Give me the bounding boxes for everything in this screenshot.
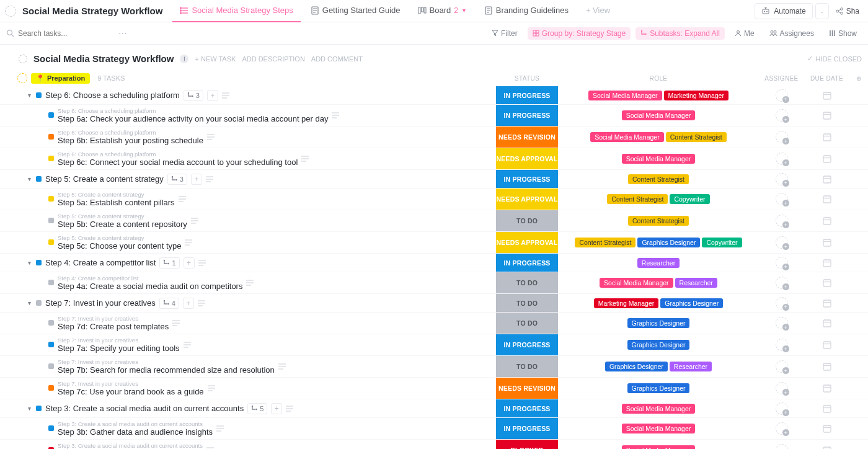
task-name[interactable]: Step 5a: Establish content pillars <box>58 198 175 207</box>
due-date-cell[interactable] <box>804 383 849 393</box>
add-assignee-icon[interactable] <box>776 360 788 373</box>
assignee-cell[interactable] <box>759 131 804 143</box>
task-name[interactable]: Step 5b: Create a content repository <box>58 220 187 229</box>
add-assignee-icon[interactable] <box>776 444 788 449</box>
due-date-cell[interactable] <box>804 318 849 328</box>
role-tag[interactable]: Marketing Manager <box>664 91 728 100</box>
task-row[interactable]: Step 5: Create a content strategyStep 5b… <box>0 210 868 232</box>
description-icon[interactable] <box>278 363 286 370</box>
assignee-cell[interactable] <box>759 236 804 249</box>
status-square-icon[interactable] <box>48 280 54 285</box>
add-column-button[interactable]: ⊕ <box>849 75 868 82</box>
status-square-icon[interactable] <box>36 300 42 306</box>
status-square-icon[interactable] <box>48 112 54 118</box>
role-tag[interactable]: Copywriter <box>702 238 742 247</box>
status-cell[interactable]: BLOCKED <box>496 440 558 449</box>
due-date-cell[interactable] <box>804 424 849 433</box>
task-row[interactable]: Step 5: Create a content strategyStep 5c… <box>0 232 868 254</box>
add-subtask-button[interactable]: + <box>184 257 195 269</box>
add-assignee-icon[interactable] <box>776 402 788 415</box>
assignee-cell[interactable] <box>759 444 804 449</box>
status-cell[interactable]: NEEDS APPROVAL <box>496 189 558 210</box>
description-icon[interactable] <box>172 320 180 326</box>
subtask-count-pill[interactable]: 5 <box>247 403 267 414</box>
status-cell[interactable]: TO DO <box>496 313 558 334</box>
task-row[interactable]: ▾Step 4: Create a competitor list1+IN PR… <box>0 254 868 272</box>
status-square-icon[interactable] <box>48 342 54 347</box>
role-tag[interactable]: Social Media Manager <box>622 110 695 120</box>
task-name[interactable]: Step 6c: Connect your social media accou… <box>58 158 298 167</box>
status-cell[interactable]: NEEDS APPROVAL <box>496 148 558 169</box>
status-square-icon[interactable] <box>48 363 54 369</box>
description-icon[interactable] <box>206 176 213 182</box>
description-icon[interactable] <box>198 300 205 306</box>
group-pill[interactable]: 📍Preparation <box>31 73 90 84</box>
add-assignee-icon[interactable] <box>776 422 788 435</box>
description-icon[interactable] <box>208 385 215 391</box>
description-icon[interactable] <box>301 156 309 162</box>
task-row[interactable]: Step 7: Invest in your creativesStep 7a:… <box>0 334 868 356</box>
assignee-cell[interactable] <box>759 109 804 122</box>
status-cell[interactable]: IN PROGRESS <box>496 418 558 439</box>
expand-toggle[interactable]: ▾ <box>26 176 32 182</box>
expand-toggle[interactable]: ▾ <box>26 405 32 412</box>
role-tag[interactable]: Graphics Designer <box>637 238 700 247</box>
task-name[interactable]: Step 7c: Use your brand book as a guide <box>58 387 204 396</box>
role-cell[interactable]: Social Media Manager <box>558 445 759 449</box>
description-icon[interactable] <box>286 406 293 412</box>
task-row[interactable]: ▾Step 3: Create a social media audit on … <box>0 399 868 418</box>
tab-board[interactable]: Board 2 ▼ <box>410 0 474 22</box>
add-subtask-button[interactable]: + <box>271 403 282 414</box>
new-task-button[interactable]: + NEW TASK <box>195 55 236 63</box>
subtask-count-pill[interactable]: 4 <box>159 298 179 309</box>
role-tag[interactable]: Social Media Manager <box>622 445 695 449</box>
automate-button[interactable]: Automate <box>755 3 812 19</box>
task-name[interactable]: Step 3b: Gather data and audience insigh… <box>58 427 213 437</box>
task-row[interactable]: Step 6: Choose a scheduling platformStep… <box>0 127 868 148</box>
add-subtask-button[interactable]: + <box>207 90 218 101</box>
task-row[interactable]: Step 7: Invest in your creativesStep 7c:… <box>0 378 868 399</box>
role-cell[interactable]: Social Media ManagerResearcher <box>558 278 759 288</box>
add-assignee-icon[interactable] <box>776 215 788 227</box>
due-date-cell[interactable] <box>804 154 849 164</box>
status-cell[interactable]: IN PROGRESS <box>496 170 558 188</box>
role-cell[interactable]: Researcher <box>558 258 759 268</box>
task-name[interactable]: Step 3: Create a social media audit on c… <box>45 404 244 413</box>
description-icon[interactable] <box>246 280 254 286</box>
task-name[interactable]: Step 5: Create a content strategy <box>45 174 164 184</box>
task-name[interactable]: Step 7a: Specify your editing tools <box>58 344 180 353</box>
add-subtask-button[interactable]: + <box>191 174 202 185</box>
description-icon[interactable] <box>179 196 186 202</box>
status-cell[interactable]: NEEDS REVISION <box>496 127 558 148</box>
role-cell[interactable]: Content StrategistGraphics DesignerCopyw… <box>558 238 759 247</box>
assignee-cell[interactable] <box>759 257 804 269</box>
role-tag[interactable]: Copywriter <box>670 194 709 204</box>
due-date-cell[interactable] <box>804 362 849 371</box>
status-square-icon[interactable] <box>48 134 54 140</box>
status-cell[interactable]: TO DO <box>496 210 558 231</box>
status-cell[interactable]: IN PROGRESS <box>496 254 558 272</box>
status-square-icon[interactable] <box>48 385 54 391</box>
due-date-cell[interactable] <box>804 258 849 268</box>
role-tag[interactable]: Social Media Manager <box>622 154 695 164</box>
role-cell[interactable]: Content StrategistCopywriter <box>558 194 759 204</box>
status-square-icon[interactable] <box>36 406 42 411</box>
role-cell[interactable]: Social Media Manager <box>558 404 759 414</box>
task-name[interactable]: Step 6a: Check your audience activity on… <box>58 114 328 123</box>
role-cell[interactable]: Social Media ManagerContent Strategist <box>558 132 759 142</box>
status-square-icon[interactable] <box>48 196 54 202</box>
due-date-cell[interactable] <box>804 194 849 204</box>
description-icon[interactable] <box>216 425 224 432</box>
role-cell[interactable]: Graphics DesignerResearcher <box>558 362 759 371</box>
add-assignee-icon[interactable] <box>776 297 788 309</box>
task-name[interactable]: Step 6b: Establish your posting schedule <box>58 136 203 145</box>
task-row[interactable]: Step 5: Create a content strategyStep 5a… <box>0 189 868 210</box>
task-row[interactable]: Step 6: Choose a scheduling platformStep… <box>0 105 868 127</box>
filter-button[interactable]: Filter <box>487 27 523 40</box>
due-date-cell[interactable] <box>804 132 849 142</box>
info-icon[interactable]: i <box>180 55 188 63</box>
description-icon[interactable] <box>222 92 229 99</box>
role-cell[interactable]: Social Media Manager <box>558 424 759 433</box>
due-date-cell[interactable] <box>804 298 849 308</box>
due-date-cell[interactable] <box>804 174 849 184</box>
